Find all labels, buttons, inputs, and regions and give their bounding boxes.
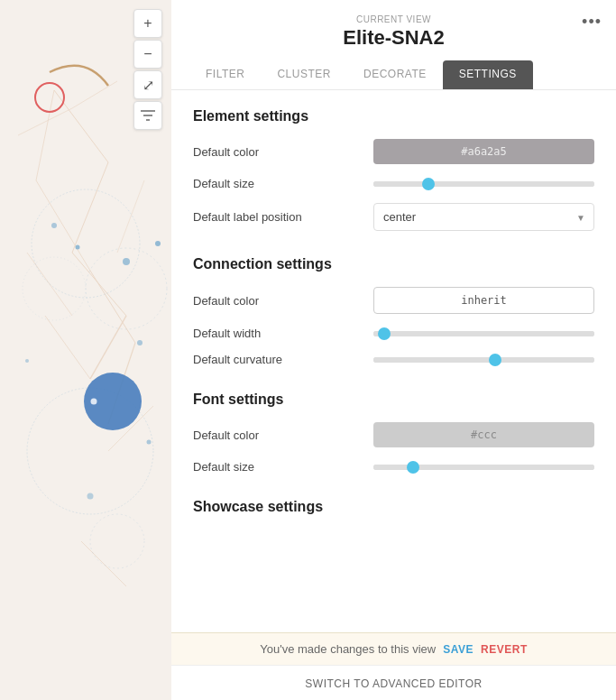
font-settings-section: Font settings Default color #ccc Default… xyxy=(193,391,594,474)
settings-panel: CURRENT VIEW Elite-SNA2 ••• FILTER CLUST… xyxy=(171,0,616,700)
connection-color-control: inherit xyxy=(373,287,594,314)
element-size-slider[interactable] xyxy=(373,181,594,187)
showcase-settings-title: Showcase settings xyxy=(193,499,594,515)
element-size-row: Default size xyxy=(193,177,594,190)
element-color-label: Default color xyxy=(193,145,373,159)
connection-curvature-control xyxy=(373,357,594,363)
svg-point-25 xyxy=(87,493,94,500)
label-position-dropdown-wrapper: center top bottom left right xyxy=(373,203,594,231)
element-size-label: Default size xyxy=(193,177,373,190)
svg-line-12 xyxy=(117,180,144,253)
connection-width-slider[interactable] xyxy=(373,331,594,336)
fit-button[interactable]: ⤢ xyxy=(133,70,162,99)
map-toolbar: + − ⤢ xyxy=(133,9,162,130)
connection-settings-title: Connection settings xyxy=(193,256,594,272)
connection-color-row: Default color inherit xyxy=(193,287,594,314)
tab-decorate[interactable]: DECORATE xyxy=(347,60,443,89)
showcase-settings-section: Showcase settings xyxy=(193,499,594,515)
notification-text: You've made changes to this view xyxy=(260,642,436,656)
view-title: Elite-SNA2 xyxy=(189,26,598,50)
connection-settings-section: Connection settings Default color inheri… xyxy=(193,256,594,366)
svg-point-20 xyxy=(76,245,80,250)
tab-filter[interactable]: FILTER xyxy=(189,60,261,89)
font-color-row: Default color #ccc xyxy=(193,422,594,447)
svg-point-17 xyxy=(23,257,86,320)
revert-button[interactable]: REVERT xyxy=(481,643,528,656)
tab-cluster[interactable]: CLUSTER xyxy=(261,60,347,89)
svg-line-8 xyxy=(90,271,135,343)
font-size-row: Default size xyxy=(193,460,594,474)
connection-curvature-row: Default curvature xyxy=(193,353,594,366)
svg-line-4 xyxy=(36,90,54,180)
font-color-swatch[interactable]: #ccc xyxy=(373,422,594,447)
network-panel: + − ⤢ xyxy=(0,0,171,700)
svg-line-10 xyxy=(45,316,90,379)
advanced-editor-bar: SWITCH TO ADVANCED EDITOR xyxy=(171,665,616,700)
svg-point-26 xyxy=(25,359,29,363)
element-settings-title: Element settings xyxy=(193,108,594,124)
svg-point-19 xyxy=(90,514,144,568)
svg-line-0 xyxy=(54,90,108,162)
save-button[interactable]: SAVE xyxy=(443,643,473,656)
connection-color-label: Default color xyxy=(193,294,373,308)
filter-panel-button[interactable] xyxy=(133,101,162,130)
settings-content: Element settings Default color #a6a2a5 D… xyxy=(171,90,616,632)
font-size-slider[interactable] xyxy=(373,465,594,470)
element-color-swatch[interactable]: #a6a2a5 xyxy=(373,139,594,164)
font-settings-title: Font settings xyxy=(193,391,594,408)
tab-settings[interactable]: SETTINGS xyxy=(443,60,533,89)
svg-line-7 xyxy=(72,81,117,108)
svg-point-29 xyxy=(91,399,97,405)
advanced-editor-button[interactable]: SWITCH TO ADVANCED EDITOR xyxy=(305,677,482,690)
svg-line-6 xyxy=(18,108,72,135)
current-view-label: CURRENT VIEW xyxy=(189,14,598,24)
zoom-in-button[interactable]: + xyxy=(133,9,162,38)
element-label-row: Default label position center top bottom… xyxy=(193,203,594,231)
svg-line-14 xyxy=(81,541,126,586)
font-color-control: #ccc xyxy=(373,422,594,447)
more-options-button[interactable]: ••• xyxy=(582,13,602,32)
element-size-control xyxy=(373,181,594,187)
connection-color-input[interactable]: inherit xyxy=(373,287,594,314)
connection-width-control xyxy=(373,331,594,336)
notification-bar: You've made changes to this view SAVE RE… xyxy=(171,632,616,665)
svg-point-23 xyxy=(155,241,161,246)
svg-line-5 xyxy=(36,180,90,271)
zoom-out-button[interactable]: − xyxy=(133,40,162,69)
element-color-control: #a6a2a5 xyxy=(373,139,594,164)
label-position-dropdown[interactable]: center top bottom left right xyxy=(373,203,594,231)
connection-width-row: Default width xyxy=(193,327,594,340)
element-label-label: Default label position xyxy=(193,210,373,224)
font-size-control xyxy=(373,465,594,470)
panel-header: CURRENT VIEW Elite-SNA2 ••• FILTER CLUST… xyxy=(171,0,616,90)
svg-point-22 xyxy=(51,223,57,228)
svg-point-24 xyxy=(137,340,143,345)
tab-bar: FILTER CLUSTER DECORATE SETTINGS xyxy=(189,60,598,89)
element-label-control: center top bottom left right xyxy=(373,203,594,231)
connection-width-label: Default width xyxy=(193,327,373,340)
element-color-row: Default color #a6a2a5 xyxy=(193,139,594,164)
element-settings-section: Element settings Default color #a6a2a5 D… xyxy=(193,108,594,231)
font-color-label: Default color xyxy=(193,428,373,442)
svg-point-27 xyxy=(147,440,152,445)
svg-point-21 xyxy=(123,258,130,265)
svg-line-1 xyxy=(72,162,108,253)
connection-curvature-label: Default curvature xyxy=(193,353,373,366)
font-size-label: Default size xyxy=(193,460,373,474)
connection-curvature-slider[interactable] xyxy=(373,357,594,363)
